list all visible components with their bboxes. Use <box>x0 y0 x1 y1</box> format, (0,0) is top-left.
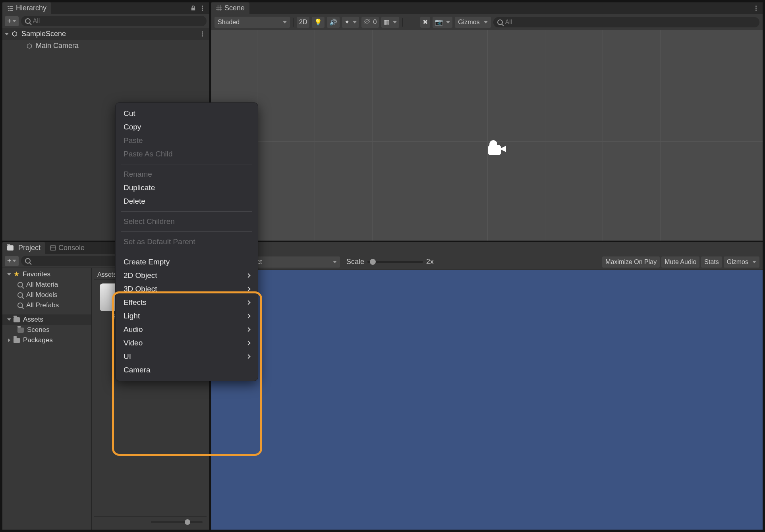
favorites-header[interactable]: ★ Favorites <box>2 269 91 279</box>
favorite-item[interactable]: All Models <box>2 290 91 300</box>
grid-snap-icon: ▦ <box>384 18 390 26</box>
search-icon <box>17 282 23 287</box>
packages-header[interactable]: Packages <box>2 335 91 345</box>
context-menu-label: Audio <box>124 325 143 334</box>
hierarchy-search-input[interactable] <box>33 17 203 25</box>
console-icon <box>50 245 56 251</box>
context-menu-separator <box>121 211 252 212</box>
folder-icon <box>14 338 20 343</box>
speaker-icon: 🔊 <box>329 18 337 26</box>
context-menu-item[interactable]: Duplicate <box>116 181 258 195</box>
context-menu-item: Set as Default Parent <box>116 235 258 249</box>
hidden-count[interactable]: 0 <box>361 17 379 28</box>
hierarchy-tab[interactable]: Hierarchy <box>2 2 51 14</box>
asset-zoom-slider[interactable] <box>151 521 203 523</box>
svg-rect-5 <box>10 10 13 11</box>
gameobject-item[interactable]: Main Camera <box>2 40 209 52</box>
context-menu-label: Set as Default Parent <box>124 237 195 246</box>
context-menu-item[interactable]: Cut <box>116 107 258 120</box>
console-tab[interactable]: Console <box>45 242 89 254</box>
folder-icon <box>14 317 20 322</box>
context-menu-item[interactable]: Light <box>116 309 258 323</box>
search-icon <box>25 258 31 264</box>
scene-grid <box>211 30 763 241</box>
favorite-item[interactable]: All Prefabs <box>2 300 91 310</box>
context-menu-item[interactable]: Copy <box>116 120 258 134</box>
folder-item[interactable]: Scenes <box>2 325 91 335</box>
context-menu-item[interactable]: Video <box>116 336 258 350</box>
foldout-icon[interactable] <box>7 273 11 276</box>
context-menu-label: Copy <box>124 123 141 131</box>
camera-dropdown[interactable]: 📷 <box>433 17 452 28</box>
context-menu-item[interactable]: Camera <box>116 363 258 377</box>
scene-menu-icon[interactable] <box>199 31 206 37</box>
scene-search[interactable] <box>493 17 759 27</box>
hierarchy-tab-label: Hierarchy <box>16 4 46 12</box>
scene-item[interactable]: SampleScene <box>2 28 209 40</box>
context-menu-separator <box>121 252 252 252</box>
context-menu-item[interactable]: 3D Object <box>116 282 258 296</box>
favorite-item[interactable]: All Materia <box>2 279 91 290</box>
shading-mode-label: Shaded <box>218 19 240 26</box>
shading-mode-dropdown[interactable]: Shaded <box>214 17 290 28</box>
scene-tab-label: Scene <box>224 4 245 12</box>
hierarchy-icon <box>7 5 14 12</box>
foldout-icon[interactable] <box>7 318 11 321</box>
2d-toggle[interactable]: 2D <box>297 17 309 28</box>
chevron-right-icon <box>246 354 250 359</box>
context-menu-item[interactable]: UI <box>116 350 258 363</box>
panel-menu-icon[interactable] <box>752 6 759 11</box>
caret-down-icon <box>333 261 337 263</box>
fx-dropdown[interactable]: ✦ <box>342 17 359 28</box>
context-menu-label: 2D Object <box>124 271 157 280</box>
scene-viewport[interactable] <box>211 30 763 241</box>
gizmos-dropdown[interactable]: Gizmos <box>455 17 491 28</box>
context-menu-label: Paste As Child <box>124 150 173 158</box>
context-menu-label: 3D Object <box>124 285 157 293</box>
context-menu-label: Video <box>124 339 143 347</box>
context-menu-item[interactable]: Delete <box>116 195 258 208</box>
mute-audio-button[interactable]: Mute Audio <box>661 256 699 268</box>
lighting-toggle[interactable]: 💡 <box>312 17 325 28</box>
grid-dropdown[interactable]: ▦ <box>381 17 399 28</box>
plus-icon: + <box>7 257 12 265</box>
context-menu-item[interactable]: 2D Object <box>116 269 258 282</box>
panel-menu-icon[interactable] <box>199 6 206 11</box>
maximize-on-play-button[interactable]: Maximize On Play <box>602 256 660 268</box>
scale-slider[interactable] <box>367 261 423 263</box>
create-button[interactable]: + <box>5 16 19 26</box>
stats-button[interactable]: Stats <box>701 256 722 268</box>
svg-rect-0 <box>8 6 9 7</box>
context-menu-item[interactable]: Audio <box>116 323 258 336</box>
context-menu-label: Rename <box>124 170 152 179</box>
lock-icon[interactable] <box>190 5 196 11</box>
console-tab-label: Console <box>58 244 85 252</box>
foldout-icon[interactable] <box>8 338 10 342</box>
foldout-icon[interactable] <box>5 33 9 35</box>
audio-toggle[interactable]: 🔊 <box>327 17 340 28</box>
context-menu-item[interactable]: Effects <box>116 296 258 309</box>
game-gizmos-dropdown[interactable]: Gizmos <box>724 256 759 268</box>
svg-rect-4 <box>8 10 10 11</box>
camera-gizmo-icon[interactable] <box>485 139 507 159</box>
context-menu-item[interactable]: Create Empty <box>116 255 258 269</box>
create-asset-button[interactable]: + <box>5 256 19 266</box>
chevron-right-icon <box>246 327 250 332</box>
game-viewport[interactable] <box>211 270 763 530</box>
context-menu-label: Cut <box>124 109 135 118</box>
tools-button[interactable]: ✖ <box>420 17 430 28</box>
caret-down-icon <box>12 260 16 262</box>
context-menu-separator <box>121 231 252 232</box>
scene-tab[interactable]: Scene <box>211 2 249 14</box>
scale-value: 2x <box>426 258 434 266</box>
caret-down-icon <box>283 21 287 23</box>
hierarchy-search[interactable] <box>21 16 207 26</box>
scene-panel: Scene Shaded 2D 💡 🔊 ✦ 0 <box>211 2 763 241</box>
eye-off-icon <box>364 19 370 26</box>
project-tab[interactable]: Project <box>2 242 45 254</box>
scene-search-input[interactable] <box>505 19 755 26</box>
context-menu: CutCopyPastePaste As ChildRenameDuplicat… <box>115 102 258 381</box>
cube-icon <box>26 43 33 49</box>
context-menu-label: Delete <box>124 197 145 206</box>
assets-header[interactable]: Assets <box>2 314 91 325</box>
